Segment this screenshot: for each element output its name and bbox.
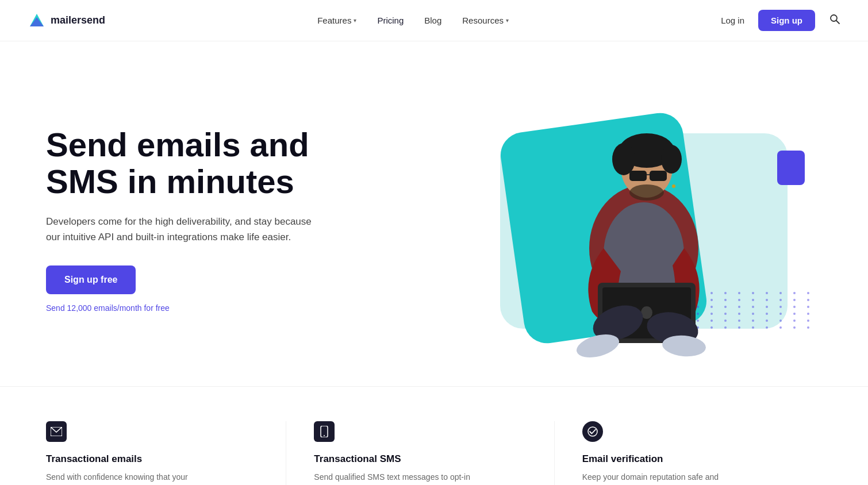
feature-title-sms: Transactional SMS bbox=[314, 453, 540, 465]
resources-chevron-icon: ▾ bbox=[506, 17, 509, 24]
signup-button[interactable]: Sign up bbox=[758, 10, 815, 31]
feature-title-email: Transactional emails bbox=[46, 453, 272, 465]
feature-icon-verify bbox=[582, 421, 605, 444]
search-button[interactable] bbox=[829, 13, 840, 28]
person-illustration bbox=[529, 87, 747, 357]
feature-icon-sms bbox=[314, 421, 337, 444]
feature-title-verify: Email verification bbox=[582, 453, 808, 465]
hero-illustration bbox=[477, 76, 822, 363]
svg-marker-1 bbox=[30, 17, 44, 26]
login-link[interactable]: Log in bbox=[721, 16, 744, 25]
hero-content: Send emails and SMS in minutes Developer… bbox=[46, 126, 322, 313]
hero-tagline: Send 12,000 emails/month for free bbox=[46, 303, 322, 313]
features-section: Transactional emails Send with confidenc… bbox=[0, 386, 868, 485]
nav-links: Features ▾ Pricing Blog Resources ▾ bbox=[317, 16, 509, 25]
check-circle-icon bbox=[587, 426, 598, 437]
svg-rect-11 bbox=[650, 171, 667, 181]
nav-actions: Log in Sign up bbox=[721, 10, 840, 31]
navbar: mailersend Features ▾ Pricing Blog Resou… bbox=[0, 0, 868, 41]
hero-cta-button[interactable]: Sign up free bbox=[46, 265, 136, 294]
logo-link[interactable]: mailersend bbox=[28, 11, 105, 30]
svg-point-8 bbox=[612, 143, 635, 175]
hero-person bbox=[523, 76, 753, 357]
hero-subtitle: Developers come for the high deliverabil… bbox=[46, 214, 322, 245]
logo-text: mailersend bbox=[51, 14, 105, 26]
svg-point-21 bbox=[672, 184, 675, 188]
feature-transactional-emails: Transactional emails Send with confidenc… bbox=[46, 410, 286, 485]
svg-point-24 bbox=[324, 435, 325, 436]
feature-desc-email: Send with confidence knowing that your e… bbox=[46, 471, 207, 485]
svg-point-2 bbox=[831, 15, 837, 21]
nav-pricing[interactable]: Pricing bbox=[377, 16, 404, 25]
nav-resources[interactable]: Resources ▾ bbox=[462, 16, 509, 25]
svg-line-3 bbox=[836, 21, 839, 24]
feature-transactional-sms: Transactional SMS Send qualified SMS tex… bbox=[286, 410, 554, 485]
feature-email-verification: Email verification Keep your domain repu… bbox=[555, 410, 822, 485]
hero-title: Send emails and SMS in minutes bbox=[46, 126, 322, 200]
bg-shape-blue bbox=[777, 151, 805, 185]
nav-blog[interactable]: Blog bbox=[424, 16, 441, 25]
svg-point-13 bbox=[629, 184, 664, 201]
hero-section: Send emails and SMS in minutes Developer… bbox=[0, 41, 868, 386]
svg-point-9 bbox=[661, 145, 682, 174]
feature-icon-email bbox=[46, 421, 69, 444]
logo-icon bbox=[28, 11, 46, 30]
feature-desc-verify: Keep your domain reputation safe and inc… bbox=[582, 471, 743, 485]
nav-features[interactable]: Features ▾ bbox=[317, 16, 356, 25]
envelope-icon bbox=[51, 427, 62, 436]
feature-desc-sms: Send qualified SMS text messages to opt-… bbox=[314, 471, 475, 485]
svg-rect-10 bbox=[629, 171, 647, 181]
phone-icon bbox=[320, 426, 328, 437]
features-chevron-icon: ▾ bbox=[354, 17, 356, 24]
search-icon bbox=[829, 13, 840, 25]
